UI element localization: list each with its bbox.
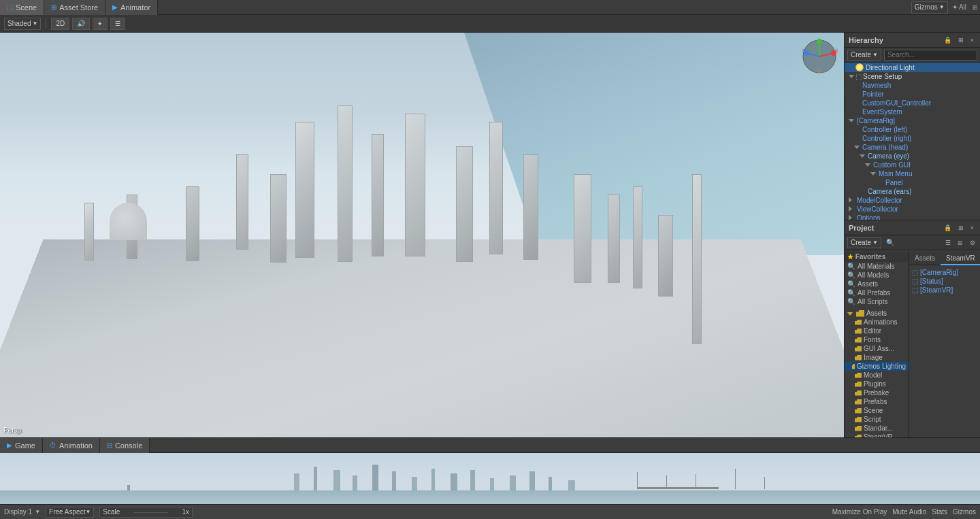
tab-animation[interactable]: ⏱ Animation: [43, 438, 100, 453]
display-selector[interactable]: Display 1 ▼: [4, 508, 40, 516]
proj-all-scripts[interactable]: 🔍 All Scripts: [845, 297, 909, 306]
project-close-btn[interactable]: ×: [968, 224, 976, 232]
building-5: [456, 146, 473, 262]
project-create-btn[interactable]: Create ▼: [847, 237, 881, 248]
hierarchy-search[interactable]: [884, 50, 977, 61]
fx-btn[interactable]: ✦: [93, 18, 108, 30]
hier-item-controller-left[interactable]: Controller (left): [845, 125, 980, 134]
tab-animator[interactable]: ▶ Animator: [105, 0, 158, 15]
proj-scene[interactable]: Scene: [845, 406, 909, 415]
building-12: [608, 195, 620, 283]
hier-label-ctrl-right: Controller (right): [861, 135, 911, 142]
project-maximize-btn[interactable]: ⊞: [956, 224, 966, 232]
steamvr-tab[interactable]: SteamVR: [941, 252, 980, 265]
project-filter-btn[interactable]: ⚙: [968, 239, 977, 247]
hier-item-modelcollector[interactable]: ModelCollector: [845, 196, 980, 205]
proj-lighting[interactable]: Gizmos Lighting: [845, 362, 909, 371]
gizmos-btn[interactable]: Gizmos: [953, 508, 976, 516]
game-tab-label: Game: [15, 441, 35, 450]
hierarchy-maximize-btn[interactable]: ⊞: [956, 36, 966, 44]
hier-item-directional-light[interactable]: Directional Light: [845, 63, 980, 72]
proj-editor[interactable]: Editor: [845, 327, 909, 335]
proj-standard[interactable]: Standar...: [845, 424, 909, 433]
project-sort-btn[interactable]: ⊞: [956, 239, 965, 247]
animator-tab-label: Animator: [120, 3, 150, 12]
hier-item-main-menu[interactable]: Main Menu: [845, 169, 980, 178]
hier-item-controller-right[interactable]: Controller (right): [845, 134, 980, 143]
proj-gui-assets[interactable]: GUI Ass...: [845, 344, 909, 353]
project-search-btn[interactable]: 🔍: [884, 238, 896, 247]
stats-btn[interactable]: Stats: [932, 508, 947, 516]
hier-item-customgui[interactable]: CustomGUI_Controller: [845, 99, 980, 107]
hier-item-viewcollector[interactable]: ViewCollector: [845, 205, 980, 214]
hier-item-options[interactable]: Options: [845, 214, 980, 220]
tab-console[interactable]: ⊟ Console: [100, 438, 150, 453]
maximize-scene-btn[interactable]: ⊞: [970, 3, 980, 12]
prebake-folder-icon: [855, 390, 862, 396]
proj-animations[interactable]: Animations: [845, 318, 909, 327]
audio-btn[interactable]: 🔊: [72, 18, 90, 30]
shaded-dropdown[interactable]: Shaded ▼: [4, 18, 41, 30]
maximize-on-play-btn[interactable]: Maximize On Play: [832, 508, 887, 516]
hier-item-custom-gui[interactable]: Custom GUI: [845, 161, 980, 169]
project-view-btn[interactable]: ☰: [943, 239, 953, 247]
proj-script[interactable]: Script: [845, 415, 909, 424]
gizmos-dropdown[interactable]: Gizmos ▼: [911, 1, 948, 14]
proj-image[interactable]: Image: [845, 353, 909, 362]
proj-fonts[interactable]: Fonts: [845, 335, 909, 344]
proj-steamvr-assets[interactable]: SteamVR...: [845, 433, 909, 437]
proj-right-steamvr[interactable]: ⬚ [SteamVR]: [909, 286, 980, 295]
proj-assets-fav[interactable]: 🔍 Assets: [845, 280, 909, 288]
mode-2d-btn[interactable]: 2D: [51, 18, 69, 30]
tab-game[interactable]: ▶ Game: [0, 438, 43, 453]
hier-item-eventsystem[interactable]: EventSystem: [845, 107, 980, 116]
project-lock-btn[interactable]: 🔒: [942, 224, 953, 232]
scene-viewport[interactable]: Y X Z Persp Persp: [0, 33, 844, 437]
proj-assets-root[interactable]: Assets: [845, 309, 909, 318]
search-prefabs-icon: 🔍: [847, 289, 855, 297]
project-right-tabs: Assets SteamVR: [909, 252, 980, 265]
game-view[interactable]: Display 1 ▼ Free Aspect ▼ Scale ────────…: [0, 453, 980, 519]
hier-label-custom-gui: Custom GUI: [872, 161, 911, 169]
all-label: ✦ All: [948, 3, 970, 11]
proj-right-status[interactable]: ⬚ [Status]: [909, 277, 980, 286]
hierarchy-lock-btn[interactable]: 🔒: [942, 36, 953, 44]
hier-item-camera-eye[interactable]: Camera (eye): [845, 152, 980, 161]
mute-audio-btn[interactable]: Mute Audio: [892, 508, 926, 516]
hier-item-scene-setup[interactable]: ⬚ Scene Setup: [845, 72, 980, 81]
hier-item-camera-head[interactable]: Camera (head): [845, 143, 980, 152]
proj-prebake[interactable]: Prebake: [845, 388, 909, 397]
hierarchy-close-btn[interactable]: ×: [968, 36, 976, 44]
assets-tab[interactable]: Assets: [909, 252, 941, 265]
animation-tab-icon: ⏱: [50, 441, 56, 449]
hier-item-camerarig[interactable]: [CameraRig]: [845, 116, 980, 125]
hier-create-btn[interactable]: Create ▼: [847, 50, 881, 61]
svg-text:Z: Z: [802, 48, 805, 53]
aspect-dropdown[interactable]: Free Aspect ▼: [46, 507, 94, 518]
proj-prefabs[interactable]: Prefabs: [845, 397, 909, 406]
proj-model[interactable]: Model: [845, 371, 909, 380]
proj-all-models[interactable]: 🔍 All Models: [845, 271, 909, 280]
project-left-panel: ★ Favorites 🔍 All Materials 🔍 All Models…: [845, 250, 909, 437]
tab-asset-store[interactable]: ⊞ Asset Store: [44, 0, 105, 15]
scene-gizmo[interactable]: Y X Z Persp: [801, 38, 838, 76]
favorites-section-header: ★ Favorites: [845, 252, 909, 262]
hierarchy-header: Hierarchy 🔒 ⊞ ×: [845, 33, 980, 48]
proj-right-camerarig[interactable]: ⬚ [CameraRig]: [909, 268, 980, 277]
tab-scene[interactable]: ⬚ Scene: [0, 0, 44, 15]
hierarchy-controls: 🔒 ⊞ ×: [942, 36, 976, 44]
proj-all-prefabs[interactable]: 🔍 All Prefabs: [845, 288, 909, 297]
proj-plugins[interactable]: Plugins: [845, 380, 909, 388]
hier-item-pointer[interactable]: Pointer: [845, 90, 980, 99]
scene-options-btn[interactable]: ☰: [110, 18, 125, 30]
proj-all-materials[interactable]: 🔍 All Materials: [845, 262, 909, 271]
hier-item-navmesh[interactable]: Navmesh: [845, 81, 980, 90]
buildings-container: [0, 33, 844, 437]
image-folder-icon: [855, 355, 862, 361]
hier-item-panel[interactable]: Panel: [845, 178, 980, 187]
fonts-folder-icon: [855, 337, 862, 343]
svg-text:Y: Y: [818, 38, 821, 41]
project-toolbar: Create ▼ 🔍 ☰ ⊞ ⚙: [845, 235, 980, 250]
bottom-bar: ▶ Game ⏱ Animation ⊟ Console: [0, 437, 980, 519]
hier-item-camera-ears[interactable]: Camera (ears): [845, 187, 980, 196]
